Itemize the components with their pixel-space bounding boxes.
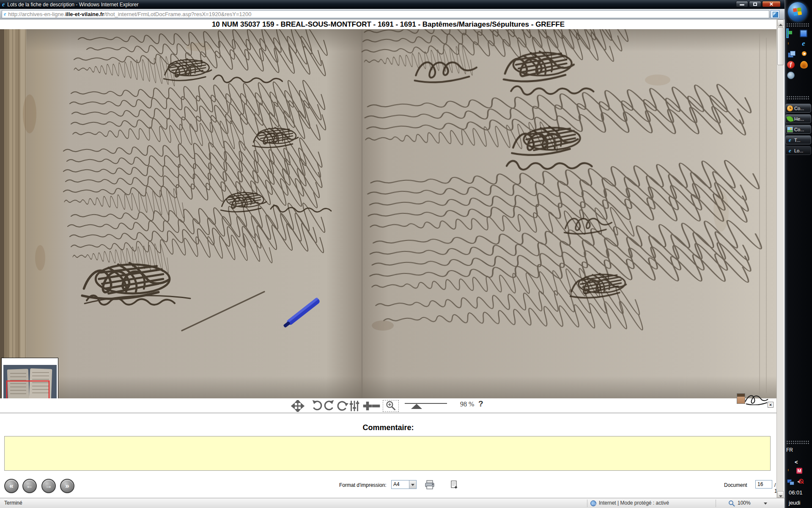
ie-window-icon: e (787, 148, 793, 154)
viewer-toolbar: 98 % ? × (0, 398, 776, 413)
start-button[interactable] (788, 2, 807, 22)
quicklaunch-green-app-icon[interactable] (787, 29, 788, 37)
zoom-out-icon[interactable] (371, 400, 381, 412)
screen: e Lots de la fiche de description - Wind… (0, 0, 812, 508)
app-clock-icon (787, 105, 793, 111)
taskbar-button-2[interactable]: He... (785, 114, 811, 123)
magnifier-tool-icon[interactable] (383, 400, 399, 412)
ie-icon: e (2, 2, 5, 8)
print-format-select[interactable]: A4 (391, 480, 417, 489)
mcafee-icon[interactable]: M (796, 468, 802, 474)
url-domain: ille-et-vilaine.fr (65, 11, 104, 17)
first-page-button[interactable]: « (4, 479, 19, 493)
browser-zoom-level[interactable]: 100% (738, 500, 751, 506)
reset-rotation-icon[interactable] (335, 400, 349, 412)
portrait-icon[interactable] (737, 393, 745, 404)
scrollbar-thumb[interactable] (777, 27, 784, 65)
browser-window: e Lots de la fiche de description - Wind… (0, 0, 785, 508)
print-button[interactable] (425, 480, 435, 489)
export-icon[interactable] (450, 480, 458, 489)
restore-button[interactable] (749, 1, 761, 7)
taskbar-button-label: T... (794, 138, 801, 143)
browser-status-bar: Terminé Internet | Mode protégé : activé… (0, 498, 785, 508)
next-page-button[interactable]: → (41, 479, 56, 493)
quicklaunch-flash-icon[interactable]: f (787, 61, 795, 69)
document-number-input[interactable]: 16 (755, 480, 772, 489)
comment-section: Commentaire: « ← → » Format d'impression… (0, 413, 776, 498)
print-format-value: A4 (393, 481, 400, 487)
chevron-down-icon[interactable] (409, 480, 416, 489)
scroll-up-icon[interactable] (777, 19, 784, 26)
url-path: /thot_internet/FrmLotDocFrame.asp?resX=1… (104, 11, 251, 17)
quicklaunch-globe-icon[interactable] (787, 72, 795, 79)
url-prefix: http://archives-en-ligne. (8, 11, 65, 17)
taskbar-button-label: Co... (794, 127, 804, 132)
photo-icon (787, 127, 793, 133)
windows-flag-icon (793, 8, 802, 16)
previous-page-button[interactable]: ← (22, 479, 37, 493)
zoom-caret-icon[interactable] (764, 502, 767, 505)
taskbar-button-label: Lo... (794, 148, 803, 153)
window-titlebar[interactable]: e Lots de la fiche de description - Wind… (0, 0, 785, 9)
taskbar-button-5-active[interactable]: eLo... (785, 146, 811, 155)
vertical-scrollbar[interactable] (776, 19, 784, 498)
close-button[interactable]: ✕ (762, 1, 781, 7)
internet-zone-icon (590, 500, 596, 506)
go-button[interactable] (771, 10, 779, 18)
rotate-left-icon[interactable] (310, 400, 324, 412)
tray-clock-day: jeudi (789, 500, 812, 506)
manuscript-image (0, 29, 776, 398)
ie-window-icon: e (787, 137, 793, 143)
last-page-button[interactable]: » (60, 479, 74, 493)
document-counter-label: Document (724, 482, 747, 488)
quicklaunch-desktop-icon[interactable] (800, 30, 807, 37)
taskbar-button-label: He... (794, 116, 804, 121)
protected-mode-text: Internet | Mode protégé : activé (599, 500, 669, 506)
quicklaunch-phoenix-icon[interactable] (800, 61, 808, 69)
zoom-slider-handle[interactable] (411, 404, 422, 409)
status-text: Terminé (4, 500, 22, 506)
taskbar-button-label: Co... (794, 106, 804, 111)
tray-expand-chevron[interactable]: < (795, 459, 812, 465)
taskbar-button-4[interactable]: eT... (785, 135, 811, 144)
manuscript-viewport[interactable] (0, 29, 776, 398)
language-indicator[interactable]: FR (786, 447, 812, 453)
viewer-close-icon[interactable]: × (768, 402, 774, 408)
signature-icon[interactable] (744, 392, 769, 405)
address-input[interactable]: e http://archives-en-ligne.ille-et-vilai… (2, 10, 769, 18)
pan-icon[interactable] (291, 400, 304, 412)
taskbar-button-3[interactable]: Co... (785, 125, 811, 134)
page-ie-icon: e (4, 11, 6, 17)
page-zoom-icon[interactable] (728, 500, 735, 507)
window-title: Lots de la fiche de description - Window… (7, 2, 138, 8)
quicklaunch-ie-icon[interactable]: e (800, 40, 807, 47)
taskbar-button-1[interactable]: Co... (785, 104, 811, 113)
address-bar: e http://archives-en-ligne.ille-et-vilai… (0, 9, 785, 19)
levels-icon[interactable] (348, 400, 361, 412)
comment-heading: Commentaire: (0, 423, 776, 432)
print-format-label: Format d'impression: (339, 482, 387, 488)
minimize-button[interactable] (736, 1, 748, 7)
comment-textarea[interactable] (4, 436, 771, 471)
document-title: 10 NUM 35037 159 - BREAL-SOUS-MONTFORT -… (0, 19, 776, 29)
zoom-percent: 98 % (460, 400, 474, 408)
leaf-icon (786, 115, 793, 122)
tray-clock-time[interactable]: 06:01 (789, 489, 812, 496)
help-button[interactable]: ? (478, 399, 483, 409)
windows-taskbar: e f Co... He... Co... eT... eLo... FR < … (785, 0, 812, 508)
rotate-right-icon[interactable] (323, 400, 336, 412)
scroll-down-icon[interactable] (777, 491, 784, 498)
